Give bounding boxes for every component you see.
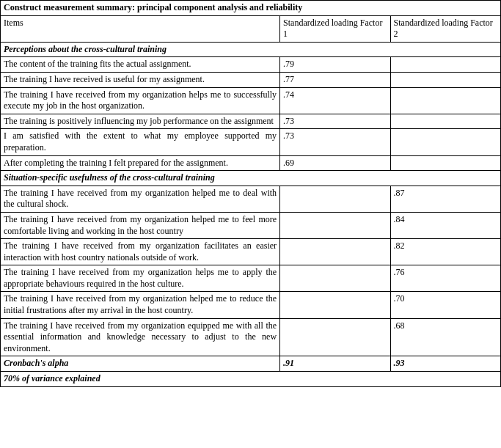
item-text: The training is positively influencing m… — [1, 114, 280, 129]
item-text: The training I have received from my org… — [1, 265, 280, 292]
main-table: Construct measurement summary: principal… — [0, 0, 501, 387]
table-row: The training I have received from my org… — [1, 239, 501, 265]
variance-row: 70% of variance explained — [1, 372, 501, 387]
item-text: The training I have received is useful f… — [1, 72, 280, 87]
factor1-value — [280, 292, 390, 318]
factor1-value: .69 — [280, 155, 390, 171]
table-row: The training I have received from my org… — [1, 186, 501, 212]
factor1-value — [280, 318, 390, 356]
table-row: After completing the training I felt pre… — [1, 155, 501, 171]
factor1-value: .77 — [280, 72, 390, 87]
factor1-value: .73 — [280, 129, 390, 155]
factor1-value: .74 — [280, 87, 390, 114]
section-header-1: Perceptions about the cross-cultural tra… — [1, 42, 501, 57]
factor2-header: Standardized loading Factor 2 — [390, 15, 500, 42]
item-text: The training I have received from my org… — [1, 239, 280, 265]
factor1-value: .73 — [280, 114, 390, 129]
factor2-value: .82 — [390, 239, 500, 265]
item-text: The training I have received from my org… — [1, 292, 280, 318]
section-1-title: Perceptions about the cross-cultural tra… — [1, 42, 501, 57]
item-text: The training I have received from my org… — [1, 212, 280, 238]
factor1-value: .79 — [280, 57, 390, 73]
table-row: The training I have received from my org… — [1, 87, 501, 114]
table-row: The training I have received from my org… — [1, 292, 501, 318]
factor1-header: Standardized loading Factor 1 — [280, 15, 390, 42]
items-header: Items — [1, 15, 280, 42]
factor2-value — [390, 114, 500, 129]
item-text: After completing the training I felt pre… — [1, 155, 280, 171]
table-row: The content of the training fits the act… — [1, 57, 501, 73]
variance-label: 70% of variance explained — [1, 372, 501, 387]
section-header-2: Situation-specific usefulness of the cro… — [1, 171, 501, 186]
cronbach-f2: .93 — [390, 356, 500, 372]
item-text: The training I have received from my org… — [1, 318, 280, 356]
table-row: The training I have received from my org… — [1, 265, 501, 292]
factor2-value — [390, 155, 500, 171]
factor2-value — [390, 57, 500, 73]
header-row: Items Standardized loading Factor 1 Stan… — [1, 15, 501, 42]
item-text: I am satisfied with the extent to what m… — [1, 129, 280, 155]
factor1-value — [280, 265, 390, 292]
cronbach-f1: .91 — [280, 356, 390, 372]
factor2-value — [390, 72, 500, 87]
factor2-value: .68 — [390, 318, 500, 356]
factor1-value — [280, 239, 390, 265]
factor1-value — [280, 212, 390, 238]
table-row: The training is positively influencing m… — [1, 114, 501, 129]
factor2-value: .70 — [390, 292, 500, 318]
table-row: The training I have received from my org… — [1, 318, 501, 356]
factor2-value: .76 — [390, 265, 500, 292]
factor2-value — [390, 87, 500, 114]
section-2-title: Situation-specific usefulness of the cro… — [1, 171, 501, 186]
table-row: The training I have received from my org… — [1, 212, 501, 238]
cronbach-label: Cronbach's alpha — [1, 356, 280, 372]
table-row: I am satisfied with the extent to what m… — [1, 129, 501, 155]
table-title: Construct measurement summary: principal… — [1, 1, 501, 16]
cronbach-row: Cronbach's alpha .91 .93 — [1, 356, 501, 372]
item-text: The training I have received from my org… — [1, 87, 280, 114]
table-row: The training I have received is useful f… — [1, 72, 501, 87]
factor2-value — [390, 129, 500, 155]
title-row: Construct measurement summary: principal… — [1, 1, 501, 16]
item-text: The content of the training fits the act… — [1, 57, 280, 73]
factor2-value: .87 — [390, 186, 500, 212]
factor2-value: .84 — [390, 212, 500, 238]
item-text: The training I have received from my org… — [1, 186, 280, 212]
factor1-value — [280, 186, 390, 212]
